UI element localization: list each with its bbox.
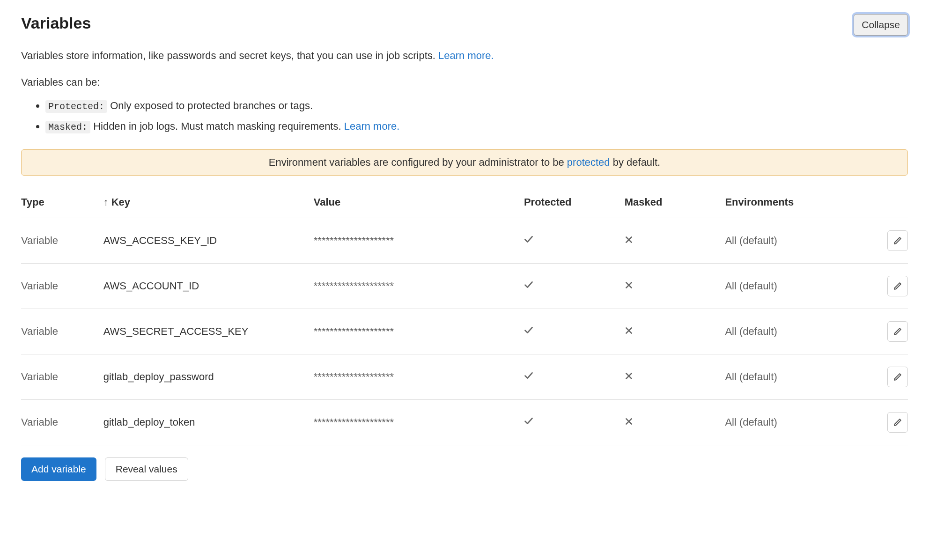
check-icon [524,235,533,244]
reveal-values-button[interactable]: Reveal values [105,457,188,481]
cell-type: Variable [21,354,103,400]
cell-protected [524,354,625,400]
cell-key: AWS_SECRET_ACCESS_KEY [103,309,314,354]
x-icon [625,372,633,380]
check-icon [524,325,533,335]
cell-environments: All (default) [725,400,862,445]
column-header-protected[interactable]: Protected [524,187,625,218]
banner-prefix: Environment variables are configured by … [269,156,567,168]
check-icon [524,371,533,380]
x-icon [625,417,633,426]
cell-masked [625,309,725,354]
variables-table: Type ↑Key Value Protected Masked Environ… [21,187,908,445]
cell-protected [524,218,625,264]
cell-key: gitlab_deploy_token [103,400,314,445]
column-header-key-label: Key [111,196,130,208]
protected-badge: Protected: [45,100,107,113]
x-icon [625,281,633,289]
check-icon [524,280,533,289]
cell-value: ******************** [314,354,524,400]
table-row: VariableAWS_ACCESS_KEY_ID***************… [21,218,908,264]
cell-key: gitlab_deploy_password [103,354,314,400]
column-header-key[interactable]: ↑Key [103,187,314,218]
table-row: Variablegitlab_deploy_token*************… [21,400,908,445]
edit-variable-button[interactable] [887,276,908,296]
table-row: VariableAWS_SECRET_ACCESS_KEY***********… [21,309,908,354]
cell-environments: All (default) [725,218,862,264]
variables-can-be-label: Variables can be: [21,76,908,88]
column-header-environments[interactable]: Environments [725,187,862,218]
section-description: Variables store information, like passwo… [21,48,908,63]
cell-protected [524,309,625,354]
cell-value: ******************** [314,218,524,264]
feature-list: Protected: Only exposed to protected bra… [21,98,908,134]
edit-variable-button[interactable] [887,321,908,342]
feature-protected: Protected: Only exposed to protected bra… [45,98,908,114]
learn-more-link[interactable]: Learn more. [438,50,494,61]
cell-type: Variable [21,400,103,445]
feature-masked: Masked: Hidden in job logs. Must match m… [45,118,908,134]
cell-masked [625,400,725,445]
cell-masked [625,354,725,400]
cell-environments: All (default) [725,264,862,309]
info-banner: Environment variables are configured by … [21,149,908,176]
banner-suffix: by default. [610,156,661,168]
cell-key: AWS_ACCESS_KEY_ID [103,218,314,264]
masked-learn-more-link[interactable]: Learn more. [344,120,400,132]
pencil-icon [893,372,902,382]
table-row: VariableAWS_ACCOUNT_ID******************… [21,264,908,309]
cell-masked [625,264,725,309]
section-title: Variables [21,14,91,32]
cell-protected [524,264,625,309]
pencil-icon [893,418,902,427]
sort-ascending-icon: ↑ [103,196,109,208]
cell-environments: All (default) [725,309,862,354]
pencil-icon [893,327,902,336]
masked-text: Hidden in job logs. Must match masking r… [90,120,344,132]
check-icon [524,416,533,426]
masked-badge: Masked: [45,121,90,133]
cell-value: ******************** [314,264,524,309]
cell-type: Variable [21,218,103,264]
cell-value: ******************** [314,309,524,354]
cell-type: Variable [21,309,103,354]
collapse-button[interactable]: Collapse [854,14,908,36]
banner-protected-link[interactable]: protected [567,156,610,168]
cell-masked [625,218,725,264]
cell-protected [524,400,625,445]
description-text: Variables store information, like passwo… [21,50,438,61]
column-header-masked[interactable]: Masked [625,187,725,218]
cell-key: AWS_ACCOUNT_ID [103,264,314,309]
cell-value: ******************** [314,400,524,445]
x-icon [625,236,633,244]
x-icon [625,326,633,335]
pencil-icon [893,236,902,245]
column-header-actions [862,187,908,218]
edit-variable-button[interactable] [887,230,908,251]
pencil-icon [893,281,902,291]
table-row: Variablegitlab_deploy_password**********… [21,354,908,400]
protected-text: Only exposed to protected branches or ta… [107,100,313,111]
edit-variable-button[interactable] [887,412,908,433]
edit-variable-button[interactable] [887,367,908,387]
column-header-type[interactable]: Type [21,187,103,218]
cell-type: Variable [21,264,103,309]
cell-environments: All (default) [725,354,862,400]
add-variable-button[interactable]: Add variable [21,457,96,481]
column-header-value[interactable]: Value [314,187,524,218]
